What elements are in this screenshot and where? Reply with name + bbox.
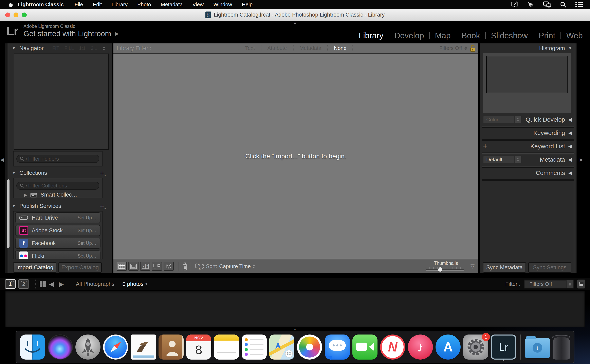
get-started-link[interactable]: Get started with Lightroom ▶: [23, 30, 119, 38]
add-collection-button[interactable]: +▾: [100, 169, 106, 177]
dock-facetime-icon[interactable]: [352, 334, 378, 360]
smart-collections-row[interactable]: ▶ Smart Collec…: [13, 192, 102, 198]
dock-trash-icon[interactable]: [553, 334, 570, 360]
left-panel-scrollbar[interactable]: [7, 179, 9, 248]
toolbar-overflow-arrow[interactable]: ▽: [471, 263, 475, 269]
dock-launchpad-icon[interactable]: [75, 334, 100, 360]
set-up-link[interactable]: Set Up…: [78, 228, 96, 233]
primary-monitor-button[interactable]: 1: [5, 279, 16, 289]
loupe-view-button[interactable]: [128, 262, 139, 271]
dock-siri-icon[interactable]: [48, 334, 73, 360]
slider-track[interactable]: [426, 269, 464, 271]
dock-safari-icon[interactable]: [103, 334, 128, 360]
module-print[interactable]: Print: [538, 31, 556, 40]
sync-settings-button[interactable]: Sync Settings: [528, 262, 571, 273]
collections-disclosure-icon[interactable]: ▼: [12, 171, 16, 175]
filter-collections-input[interactable]: [28, 183, 96, 189]
filmstrip-collapse-arrow[interactable]: ▼: [294, 328, 297, 331]
comments-section[interactable]: Comments ◀: [483, 167, 572, 179]
filter-preset-spinner[interactable]: [464, 46, 467, 50]
close-window-button[interactable]: [5, 13, 10, 17]
set-up-link[interactable]: Set Up…: [78, 253, 96, 259]
pointer-app-icon[interactable]: [527, 1, 534, 8]
filmstrip-source-label[interactable]: All Photographs: [76, 281, 114, 287]
screen-mirroring-icon[interactable]: [543, 1, 551, 8]
dock-downloads-folder-icon[interactable]: ↓: [525, 334, 550, 360]
survey-view-button[interactable]: [152, 262, 162, 271]
navigator-disclosure-icon[interactable]: ▼: [12, 46, 16, 51]
quick-develop-expand-arrow[interactable]: ◀: [568, 117, 572, 122]
left-panel-collapse-arrow[interactable]: ◀: [0, 157, 4, 162]
go-forward-arrow[interactable]: ▶: [59, 280, 64, 288]
module-library[interactable]: Library: [358, 31, 384, 40]
sync-metadata-button[interactable]: Sync Metadata: [483, 262, 526, 273]
filter-folders-field[interactable]: ▾: [16, 155, 99, 163]
navigator-zoom-3-1[interactable]: 3:1: [91, 46, 97, 51]
dock-music-icon[interactable]: ♪: [408, 334, 433, 360]
treatment-dropdown[interactable]: Color: [483, 116, 521, 124]
export-catalog-button[interactable]: Export Catalog: [59, 262, 102, 273]
module-slideshow[interactable]: Slideshow: [490, 31, 529, 40]
filter-preset-dropdown[interactable]: Filters Off: [439, 45, 462, 51]
publish-services-panel-header[interactable]: ▼ Publish Services +▾: [9, 202, 110, 211]
menu-metadata[interactable]: Metadata: [156, 1, 187, 8]
add-publish-service-button[interactable]: +▾: [100, 202, 106, 210]
menu-app-name[interactable]: Lightroom Classic: [18, 1, 64, 8]
compare-view-button[interactable]: XY: [140, 262, 150, 271]
publish-service-flickr[interactable]: Flickr Set Up…: [15, 250, 100, 259]
navigator-zoom-1-1[interactable]: 1:1: [79, 46, 86, 51]
menu-view[interactable]: View: [187, 1, 208, 8]
module-web[interactable]: Web: [565, 31, 583, 40]
keywording-expand-arrow[interactable]: ◀: [568, 130, 572, 136]
filter-tab-metadata[interactable]: Metadata: [293, 45, 327, 51]
navigator-zoom-fill[interactable]: FILL: [65, 46, 74, 51]
publish-services-disclosure-icon[interactable]: ▼: [12, 204, 16, 208]
grid-view-button[interactable]: [117, 262, 127, 271]
zoom-window-button[interactable]: [22, 13, 27, 17]
histogram-disclosure-icon[interactable]: ▼: [568, 46, 572, 51]
menu-help[interactable]: Help: [237, 1, 257, 8]
set-up-link[interactable]: Set Up…: [78, 215, 96, 221]
add-keyword-button[interactable]: +: [483, 142, 487, 150]
filter-folders-input[interactable]: [28, 156, 96, 162]
people-view-button[interactable]: [164, 262, 174, 271]
filter-tab-text[interactable]: Text: [239, 45, 261, 51]
dock-finder-icon[interactable]: [20, 334, 45, 360]
filter-toggle-button[interactable]: [577, 280, 585, 288]
navigator-zoom-spinner[interactable]: [103, 46, 105, 50]
thumbnail-size-slider[interactable]: [426, 267, 464, 272]
dock-reminders-icon[interactable]: [242, 334, 267, 360]
menu-library[interactable]: Library: [107, 1, 133, 8]
photo-count-dropdown[interactable]: 0 photos ▾: [123, 281, 147, 287]
minimize-window-button[interactable]: [13, 13, 18, 17]
dock-notes-icon[interactable]: [214, 334, 239, 360]
navigator-panel-header[interactable]: ▼ Navigator FIT FILL 1:1 3:1: [9, 43, 110, 53]
sort-direction-az-icon[interactable]: AZ: [194, 262, 205, 271]
menu-photo[interactable]: Photo: [133, 1, 156, 8]
dock-messages-icon[interactable]: [325, 334, 350, 360]
histogram-panel-header[interactable]: Histogram ▼: [539, 43, 572, 53]
keywording-section[interactable]: Keywording ◀: [483, 127, 572, 139]
dock-maps-icon[interactable]: 3D: [269, 334, 294, 360]
top-panel-collapse-arrow[interactable]: ▲: [294, 21, 297, 24]
filmstrip-filter-dropdown[interactable]: Filters Off: [524, 280, 574, 288]
collections-panel-header[interactable]: ▼ Collections +▾: [9, 168, 110, 178]
dock-photos-icon[interactable]: [297, 334, 322, 360]
spotlight-icon[interactable]: [560, 1, 567, 8]
sort-value-dropdown[interactable]: Capture Time: [219, 263, 255, 269]
menu-window[interactable]: Window: [208, 1, 237, 8]
dock-mail-icon[interactable]: [131, 334, 156, 360]
filter-collections-field[interactable]: ▾: [16, 182, 99, 190]
set-up-link[interactable]: Set Up…: [78, 240, 96, 246]
expand-icon[interactable]: ▶: [24, 193, 27, 197]
module-map[interactable]: Map: [434, 31, 451, 40]
menu-file[interactable]: File: [70, 1, 88, 8]
publish-service-adobe-stock[interactable]: St Adobe Stock Set Up…: [15, 225, 100, 236]
publish-service-hard-drive[interactable]: Hard Drive Set Up…: [15, 212, 100, 223]
filter-tab-attribute[interactable]: Attribute: [261, 45, 293, 51]
comments-expand-arrow[interactable]: ◀: [568, 170, 572, 176]
menu-list-icon[interactable]: [576, 2, 583, 7]
dock-contacts-icon[interactable]: [159, 334, 184, 360]
dock-app-store-icon[interactable]: A: [436, 334, 461, 360]
metadata-section[interactable]: Default Metadata ◀: [483, 154, 572, 165]
